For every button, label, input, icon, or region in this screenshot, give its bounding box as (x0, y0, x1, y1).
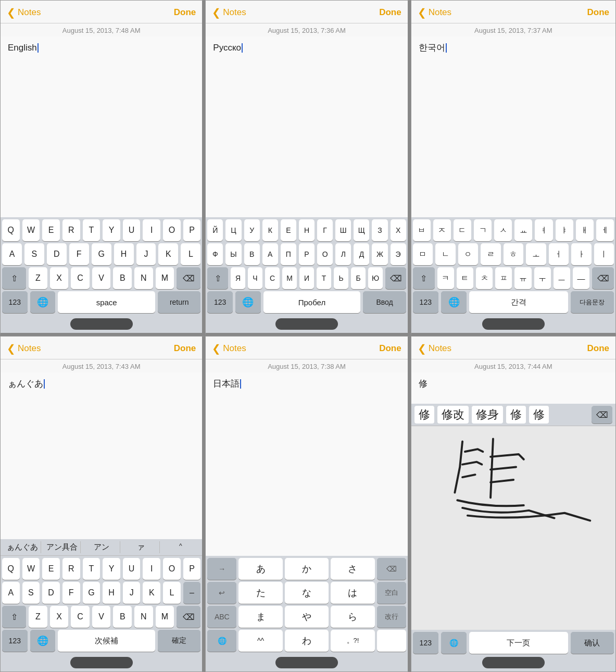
key-B[interactable]: B (113, 267, 132, 289)
autocomplete-item-0[interactable]: ぁんぐあ (4, 541, 41, 553)
kana-ha[interactable]: は (331, 582, 374, 604)
key-о[interactable]: О (317, 243, 333, 265)
space-key-ru[interactable]: Пробел (263, 291, 361, 313)
key-I[interactable]: I (143, 219, 160, 241)
key-H-ja[interactable]: H (103, 582, 120, 604)
key-I-ja[interactable]: I (143, 558, 160, 580)
key-R[interactable]: R (62, 219, 80, 241)
kana-backspace[interactable]: ⌫ (377, 558, 406, 580)
key-й[interactable]: Й (207, 219, 223, 241)
key-ㄱ[interactable]: ㄱ (474, 219, 492, 241)
key-R-ja[interactable]: R (62, 558, 80, 580)
key-Q-ja[interactable]: Q (2, 558, 20, 580)
key-E-ja[interactable]: E (42, 558, 60, 580)
key-D-ja[interactable]: D (42, 582, 60, 604)
key-ㅌ[interactable]: ㅌ (457, 267, 473, 289)
key-ㅈ[interactable]: ㅈ (433, 219, 451, 241)
key-к[interactable]: К (262, 219, 278, 241)
back-button-ja-kana[interactable]: ❮ Notes (212, 342, 246, 355)
kana-na[interactable]: な (285, 582, 329, 604)
num-key-en[interactable]: 123 (2, 291, 28, 313)
kana-small[interactable]: ^^ (238, 630, 282, 652)
done-button-russian[interactable]: Done (379, 7, 401, 18)
key-Y-ja[interactable]: Y (103, 558, 120, 580)
key-X[interactable]: X (50, 267, 69, 289)
key-C-ja[interactable]: C (71, 606, 90, 628)
key-Z[interactable]: Z (29, 267, 47, 289)
globe-key-ru[interactable]: 🌐 (235, 291, 261, 313)
kana-ta[interactable]: た (238, 582, 282, 604)
key-O[interactable]: O (163, 219, 181, 241)
globe-key-ja[interactable]: 🌐 (30, 630, 56, 652)
note-area-korean[interactable]: 한국어 (411, 36, 615, 217)
key-ㅊ[interactable]: ㅊ (476, 267, 493, 289)
backspace-key-ru[interactable]: ⌫ (385, 267, 406, 289)
key-P-ja[interactable]: P (183, 558, 201, 580)
shift-key-ko[interactable]: ⇧ (413, 267, 435, 289)
key-ㄹ[interactable]: ㄹ (481, 243, 500, 265)
return-key-en[interactable]: return (158, 291, 200, 313)
back-button-zh-hw[interactable]: ❮ Notes (418, 342, 451, 355)
key-B-ja[interactable]: B (113, 606, 132, 628)
autocomplete-item-1[interactable]: アン具合 (43, 541, 81, 553)
key-ㅐ[interactable]: ㅐ (576, 219, 594, 241)
hw-canvas-area[interactable] (411, 426, 615, 630)
back-button-english[interactable]: ❮ Notes (7, 6, 41, 19)
kana-globe[interactable]: 🌐 (207, 630, 236, 652)
key-V-ja[interactable]: V (92, 606, 111, 628)
key-ㅅ[interactable]: ㅅ (494, 219, 512, 241)
key-C[interactable]: C (71, 267, 90, 289)
back-button-russian[interactable]: ❮ Notes (212, 6, 246, 19)
key-U-ja[interactable]: U (123, 558, 141, 580)
key-ㅂ[interactable]: ㅂ (413, 219, 431, 241)
key-ㅠ[interactable]: ㅠ (514, 267, 531, 289)
key-щ[interactable]: Щ (354, 219, 369, 241)
globe-key-ko[interactable]: 🌐 (441, 291, 467, 313)
globe-key-en[interactable]: 🌐 (30, 291, 56, 313)
key-ш[interactable]: Ш (335, 219, 351, 241)
return-key-ja[interactable]: 確定 (158, 630, 200, 652)
key-п[interactable]: П (281, 243, 296, 265)
confirm-key-zh[interactable]: 确认 (571, 632, 614, 654)
key-M[interactable]: M (156, 267, 174, 289)
shift-key-en[interactable]: ⇧ (2, 267, 26, 289)
key-н[interactable]: Н (299, 219, 315, 241)
key-J[interactable]: J (136, 243, 156, 265)
num-key-ko[interactable]: 123 (413, 291, 438, 313)
done-button-korean[interactable]: Done (587, 7, 610, 18)
key-F[interactable]: F (69, 243, 89, 265)
done-button-ja-kana[interactable]: Done (379, 343, 401, 354)
key-Y[interactable]: Y (103, 219, 120, 241)
key-W-ja[interactable]: W (22, 558, 40, 580)
kana-ya[interactable]: や (285, 606, 329, 628)
key-ж[interactable]: Ж (372, 243, 387, 265)
key-ь[interactable]: Ь (334, 267, 348, 289)
autocomplete-item-2[interactable]: アン (83, 541, 120, 553)
key-S-ja[interactable]: S (22, 582, 40, 604)
key-L[interactable]: L (181, 243, 200, 265)
key-ㅗ[interactable]: ㅗ (526, 243, 546, 265)
key-ы[interactable]: Ы (225, 243, 241, 265)
shift-key-ru[interactable]: ⇧ (207, 267, 228, 289)
key-ㅍ[interactable]: ㅍ (495, 267, 512, 289)
note-area-ja-romaji[interactable]: ぁんぐあ (1, 372, 202, 539)
key-D[interactable]: D (47, 243, 67, 265)
key-K[interactable]: K (158, 243, 178, 265)
hw-sug-0[interactable]: 修 (414, 406, 434, 424)
key-л[interactable]: Л (335, 243, 351, 265)
hw-sug-3[interactable]: 修 (506, 406, 526, 424)
key-W[interactable]: W (22, 219, 40, 241)
hw-backspace[interactable]: ⌫ (592, 406, 612, 424)
kana-a[interactable]: あ (238, 558, 282, 580)
key-J-ja[interactable]: J (123, 582, 141, 604)
kana-newline[interactable]: 改行 (377, 606, 406, 628)
key-X-ja[interactable]: X (50, 606, 69, 628)
key-G[interactable]: G (92, 243, 111, 265)
key-ㅁ[interactable]: ㅁ (413, 243, 433, 265)
num-key-ja[interactable]: 123 (2, 630, 28, 652)
kana-undo[interactable]: ↩ (207, 582, 236, 604)
key-ㄴ[interactable]: ㄴ (435, 243, 455, 265)
key-д[interactable]: Д (354, 243, 369, 265)
done-button-ja-romaji[interactable]: Done (174, 343, 196, 354)
key-V[interactable]: V (92, 267, 111, 289)
